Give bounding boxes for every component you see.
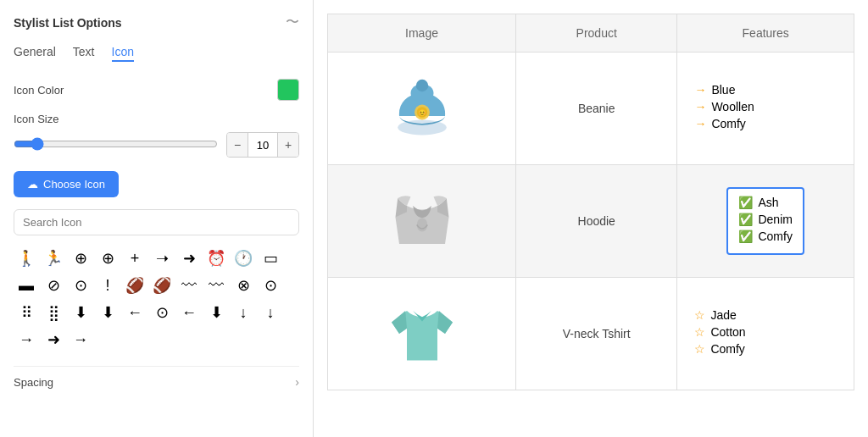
icon-exclaim[interactable]: ! [95, 273, 120, 298]
spacing-row[interactable]: Spacing › [14, 366, 299, 397]
icon-wave2[interactable]: 〰 [203, 273, 229, 298]
tab-text[interactable]: Text [73, 45, 95, 62]
feature-text: Comfy [711, 117, 745, 130]
icon-arrow-right-outline[interactable]: ➝ [149, 246, 175, 271]
list-item: → Comfy [694, 117, 837, 130]
arrow-icon: → [694, 83, 706, 97]
icon-arrow-right-filled[interactable]: ➜ [176, 246, 202, 271]
icon-color-label: Icon Color [14, 84, 64, 97]
icon-alarm-filled[interactable]: 🕐 [231, 246, 256, 271]
feature-text: Jade [710, 308, 736, 322]
tshirt-features-list: ☆ Jade ☆ Cotton ☆ Comfy [694, 308, 837, 356]
icon-left-circle[interactable]: ← [122, 300, 147, 325]
beanie-product-name: Beanie [578, 102, 615, 115]
svg-point-0 [398, 120, 447, 136]
list-item: ✅ Denim [738, 213, 792, 226]
icon-rect-outline[interactable]: ▭ [258, 246, 283, 271]
tab-general[interactable]: General [14, 45, 56, 62]
tshirt-svg [384, 296, 460, 372]
icon-grid-dots-outline[interactable]: ⠿ [14, 300, 39, 325]
feature-text: Blue [711, 83, 735, 97]
icon-left-circle-filled[interactable]: ⊙ [149, 300, 175, 325]
icon-right-circle-outline[interactable]: → [14, 327, 39, 352]
icon-run[interactable]: 🏃 [41, 246, 66, 271]
icon-down-arrow[interactable]: ↓ [258, 300, 283, 325]
collapse-icon[interactable]: 〜 [286, 14, 299, 31]
list-item: ✅ Comfy [738, 230, 792, 243]
list-item: ☆ Jade [694, 308, 837, 322]
icon-down-box-filled[interactable]: ⬇ [95, 300, 120, 325]
size-slider[interactable] [14, 137, 218, 151]
icon-color-swatch[interactable] [277, 79, 299, 101]
icon-size-row: Icon Size − + [14, 113, 299, 158]
icon-right-circle-filled[interactable]: ➜ [41, 327, 66, 352]
icon-size-label: Icon Size [14, 113, 299, 125]
check-icon: ✅ [738, 230, 753, 243]
hoodie-features-cell: ✅ Ash ✅ Denim ✅ Comfy [677, 165, 854, 278]
left-panel: Stylist List Options 〜 General Text Icon… [0, 0, 314, 437]
icon-exclaim-circle-filled[interactable]: ⊙ [68, 273, 93, 298]
icon-circle-plus-filled[interactable]: ⊕ [95, 246, 120, 271]
product-table: Image Product Features [327, 14, 854, 390]
col-features: Features [677, 14, 854, 53]
svg-point-2 [415, 80, 427, 91]
list-item: → Woollen [694, 100, 837, 113]
beanie-features-cell: → Blue → Woollen → Comfy [677, 53, 854, 165]
hoodie-image-cell [328, 165, 516, 278]
choose-icon-button[interactable]: ☁ Choose Icon [14, 171, 119, 197]
size-input-group: − + [226, 132, 299, 158]
tshirt-product-cell: V-neck Tshirt [516, 278, 677, 390]
list-item: → Blue [694, 83, 837, 97]
icon-plus[interactable]: + [122, 246, 147, 271]
icon-left-arrow[interactable]: ← [176, 300, 202, 325]
search-icon-input[interactable] [14, 209, 299, 235]
tshirt-image [380, 291, 465, 376]
icon-alarm-outline[interactable]: ⏰ [203, 246, 229, 271]
beanie-image: 😊 [380, 66, 465, 151]
feature-text: Comfy [710, 342, 744, 356]
tshirt-features-cell: ☆ Jade ☆ Cotton ☆ Comfy [677, 278, 854, 390]
icon-rect-filled[interactable]: ▬ [14, 273, 39, 298]
star-icon: ☆ [694, 342, 705, 356]
check-icon: ✅ [738, 213, 753, 226]
table-row: V-neck Tshirt ☆ Jade ☆ Cotton ☆ [328, 278, 854, 390]
icon-football-outline[interactable]: 🏈 [122, 273, 147, 298]
panel-header: Stylist List Options 〜 [14, 14, 299, 31]
size-decrement-button[interactable]: − [227, 133, 248, 157]
icon-target-filled[interactable]: ⊙ [258, 273, 283, 298]
icon-wave1[interactable]: 〰 [176, 273, 202, 298]
slider-container [14, 137, 218, 153]
spacing-label: Spacing [14, 376, 53, 389]
icon-down-circle-filled[interactable]: ↓ [231, 300, 256, 325]
icon-walk[interactable]: 🚶 [14, 246, 39, 271]
svg-text:😊: 😊 [418, 108, 427, 118]
hoodie-features-list: ✅ Ash ✅ Denim ✅ Comfy [738, 196, 792, 243]
feature-text: Woollen [711, 100, 754, 113]
size-controls: − + [14, 132, 299, 158]
feature-text: Denim [758, 213, 792, 226]
table-row: Hoodie ✅ Ash ✅ Denim [328, 165, 854, 278]
tab-icon[interactable]: Icon [112, 45, 134, 62]
star-icon: ☆ [694, 308, 705, 322]
icon-exclaim-circle[interactable]: ⊘ [41, 273, 66, 298]
size-increment-button[interactable]: + [278, 133, 298, 157]
icon-target-outline[interactable]: ⊗ [231, 273, 256, 298]
icon-color-row: Icon Color [14, 79, 299, 101]
check-icon: ✅ [738, 196, 753, 209]
icon-right-arrow[interactable]: → [68, 327, 93, 352]
feature-text: Ash [758, 196, 778, 209]
icon-down-box-outline[interactable]: ⬇ [68, 300, 93, 325]
icon-down-circle[interactable]: ⬇ [203, 300, 229, 325]
tshirt-image-cell [328, 278, 516, 390]
icon-circle-plus-outline[interactable]: ⊕ [68, 246, 93, 271]
tshirt-product-name: V-neck Tshirt [563, 327, 631, 340]
hoodie-product-name: Hoodie [578, 214, 615, 228]
size-value-input[interactable] [248, 133, 278, 157]
list-item: ☆ Comfy [694, 342, 837, 356]
beanie-product-cell: Beanie [516, 53, 677, 165]
col-image: Image [328, 14, 516, 53]
icon-grid-dots-filled[interactable]: ⣿ [41, 300, 66, 325]
icon-football-filled[interactable]: 🏈 [149, 273, 175, 298]
tabs: General Text Icon [14, 45, 299, 62]
star-icon: ☆ [694, 325, 705, 339]
